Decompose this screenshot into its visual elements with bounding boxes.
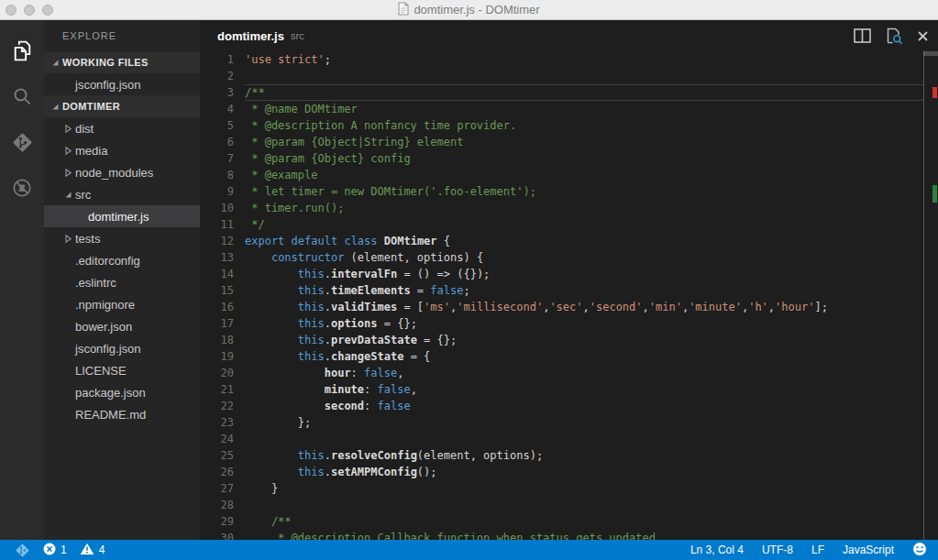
- code-text: * let timer = new DOMtimer('.foo-element…: [242, 183, 536, 200]
- tab-domtimer[interactable]: domtimer.js: [217, 29, 284, 43]
- scrollbar-slider[interactable]: [923, 51, 938, 56]
- feedback-smiley-icon[interactable]: [912, 542, 927, 559]
- tree-item[interactable]: node_modules: [44, 161, 200, 183]
- code-line[interactable]: 24: [200, 431, 938, 447]
- section-header[interactable]: DOMTIMER: [44, 95, 200, 117]
- close-icon[interactable]: [917, 30, 929, 42]
- activity-git-button[interactable]: [0, 121, 44, 167]
- code-line[interactable]: 18 this.prevDataState = {};: [200, 332, 938, 348]
- line-number: 7: [200, 150, 242, 167]
- split-editor-icon[interactable]: [854, 28, 871, 43]
- activity-search-button[interactable]: [0, 75, 44, 121]
- code-text: hour: false,: [242, 365, 403, 381]
- code-line[interactable]: 9 * let timer = new DOMtimer('.foo-eleme…: [200, 183, 938, 200]
- code-text: */: [242, 216, 265, 233]
- code-text: [242, 68, 245, 84]
- code-line[interactable]: 7 * @param {Object} config: [200, 150, 938, 167]
- line-number: 14: [200, 266, 242, 282]
- code-text: * timer.run();: [242, 200, 344, 216]
- tree-item[interactable]: media: [44, 139, 200, 161]
- tree-item[interactable]: package.json: [44, 381, 200, 403]
- tree-item[interactable]: src: [44, 183, 200, 205]
- code-editor[interactable]: 1'use strict';23/**4 * @name DOMtimer5 *…: [200, 51, 938, 540]
- line-number: 24: [200, 431, 242, 447]
- code-line[interactable]: 21 minute: false,: [200, 381, 938, 398]
- code-line[interactable]: 4 * @name DOMtimer: [200, 101, 938, 117]
- code-line[interactable]: 2: [200, 68, 938, 84]
- code-text: * @name DOMtimer: [242, 101, 358, 117]
- search-icon: [10, 84, 34, 112]
- zoom-window-button[interactable]: [42, 5, 53, 16]
- tree-item-label: node_modules: [75, 166, 153, 180]
- problems-errors[interactable]: 1: [43, 543, 67, 558]
- code-line[interactable]: 12export default class DOMtimer {: [200, 233, 938, 249]
- warning-count: 4: [99, 544, 105, 556]
- problems-warnings[interactable]: 4: [80, 543, 105, 558]
- code-line[interactable]: 1'use strict';: [200, 51, 938, 68]
- line-number: 11: [200, 216, 242, 233]
- traffic-lights: [6, 0, 53, 20]
- code-line[interactable]: 23 };: [200, 414, 938, 431]
- code-line[interactable]: 29 /**: [200, 513, 938, 530]
- code-line[interactable]: 14 this.intervalFn = () => ({});: [200, 266, 938, 282]
- editor-group: domtimer.js src 1'use strict';23/**4 * @…: [200, 20, 938, 540]
- open-preview-icon[interactable]: [885, 27, 903, 45]
- activity-debug-button[interactable]: [0, 167, 44, 213]
- tree-item[interactable]: dist: [44, 117, 200, 139]
- code-text: * @description A nonfancy time provider.: [242, 117, 516, 134]
- code-text: this.intervalFn = () => ({});: [242, 266, 490, 282]
- window-title-group: domtimer.js - DOMtimer: [398, 2, 539, 18]
- tree-item-label: .npmignore: [75, 298, 135, 312]
- code-line[interactable]: 26 this.setAMPMConfig();: [200, 464, 938, 480]
- code-line[interactable]: 28: [200, 497, 938, 513]
- overview-ruler[interactable]: [923, 51, 938, 540]
- code-line[interactable]: 3/**: [200, 84, 938, 101]
- code-line[interactable]: 30 * @description Callback function when…: [200, 530, 938, 540]
- close-window-button[interactable]: [6, 5, 17, 16]
- tree-item[interactable]: .eslintrc: [44, 271, 200, 293]
- code-line[interactable]: 6 * @param {Object|String} element: [200, 134, 938, 150]
- code-text: this.prevDataState = {};: [242, 332, 457, 348]
- code-line[interactable]: 17 this.options = {};: [200, 315, 938, 332]
- code-line[interactable]: 16 this.validTimes = ['ms','millisecond'…: [200, 299, 938, 315]
- code-line[interactable]: 25 this.resolveConfig(element, options);: [200, 447, 938, 464]
- code-text: this.resolveConfig(element, options);: [242, 447, 543, 464]
- tree-item[interactable]: domtimer.js: [44, 205, 200, 227]
- eol-indicator[interactable]: LF: [811, 544, 824, 556]
- files-icon: [10, 38, 35, 67]
- twisty-expanded-icon: [51, 59, 62, 67]
- code-line[interactable]: 5 * @description A nonfancy time provide…: [200, 117, 938, 134]
- code-line[interactable]: 19 this.changeState = {: [200, 348, 938, 365]
- tree-item[interactable]: tests: [44, 227, 200, 249]
- code-line[interactable]: 15 this.timeElements = false;: [200, 282, 938, 299]
- tree-item[interactable]: jsconfig.json: [44, 73, 200, 95]
- line-number: 27: [200, 480, 242, 497]
- error-count: 1: [61, 544, 67, 556]
- code-line[interactable]: 11 */: [200, 216, 938, 233]
- code-line[interactable]: 8 * @example: [200, 167, 938, 183]
- git-icon: [11, 131, 34, 158]
- tree-item[interactable]: jsconfig.json: [44, 337, 200, 359]
- minimize-window-button[interactable]: [24, 5, 35, 16]
- language-mode[interactable]: JavaScript: [843, 544, 894, 556]
- encoding-indicator[interactable]: UTF-8: [762, 544, 793, 556]
- tree-item[interactable]: bower.json: [44, 315, 200, 337]
- cursor-position[interactable]: Ln 3, Col 4: [690, 544, 744, 556]
- tree-item[interactable]: .npmignore: [44, 293, 200, 315]
- tree-item-label: package.json: [75, 386, 146, 400]
- tree-item-label: dist: [75, 122, 94, 136]
- window-title: domtimer.js - DOMtimer: [414, 3, 539, 16]
- code-line[interactable]: 27 }: [200, 480, 938, 497]
- git-icon[interactable]: [15, 543, 30, 558]
- code-line[interactable]: 10 * timer.run();: [200, 200, 938, 216]
- code-line[interactable]: 13 constructor (element, options) {: [200, 249, 938, 266]
- file-tree: WORKING FILESjsconfig.jsonDOMTIMERdistme…: [44, 51, 200, 425]
- tree-item[interactable]: README.md: [44, 403, 200, 425]
- section-header[interactable]: WORKING FILES: [44, 51, 200, 73]
- code-line[interactable]: 20 hour: false,: [200, 365, 938, 381]
- tree-item[interactable]: LICENSE: [44, 359, 200, 381]
- code-text: this.setAMPMConfig();: [242, 464, 437, 480]
- tree-item[interactable]: .editorconfig: [44, 249, 200, 271]
- activity-explorer-button[interactable]: [0, 29, 44, 75]
- code-line[interactable]: 22 second: false: [200, 398, 938, 414]
